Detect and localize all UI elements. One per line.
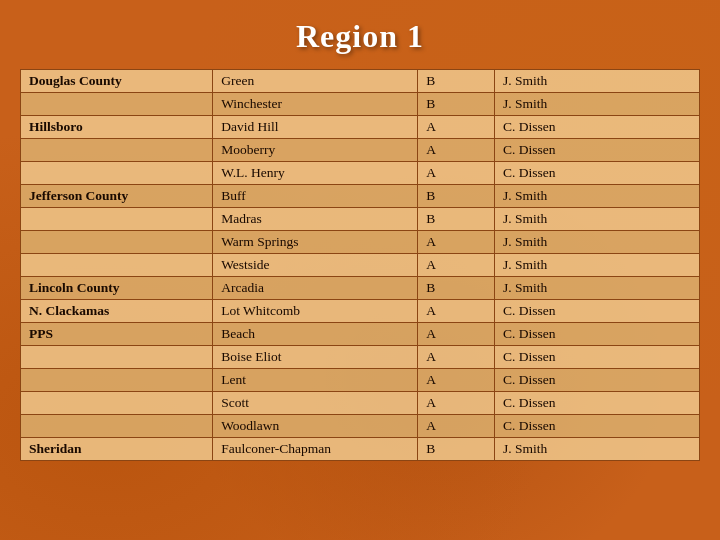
table-row: HillsboroDavid HillAC. Dissen	[21, 116, 700, 139]
school-cell: David Hill	[213, 116, 418, 139]
school-cell: Scott	[213, 392, 418, 415]
district-cell: Lincoln County	[21, 277, 213, 300]
district-cell	[21, 369, 213, 392]
district-cell: Sheridan	[21, 438, 213, 461]
table-row: Jefferson CountyBuffBJ. Smith	[21, 185, 700, 208]
person-cell: J. Smith	[494, 438, 699, 461]
table-row: Boise EliotAC. Dissen	[21, 346, 700, 369]
person-cell: C. Dissen	[494, 369, 699, 392]
district-cell	[21, 208, 213, 231]
page-title: Region 1	[296, 18, 424, 55]
table-row: Lincoln CountyArcadiaBJ. Smith	[21, 277, 700, 300]
person-cell: C. Dissen	[494, 139, 699, 162]
person-cell: J. Smith	[494, 185, 699, 208]
table-row: ScottAC. Dissen	[21, 392, 700, 415]
district-cell	[21, 231, 213, 254]
school-cell: Lent	[213, 369, 418, 392]
grade-cell: A	[418, 415, 495, 438]
district-cell	[21, 162, 213, 185]
table-row: MooberryAC. Dissen	[21, 139, 700, 162]
person-cell: J. Smith	[494, 70, 699, 93]
table-row: WinchesterBJ. Smith	[21, 93, 700, 116]
school-cell: Mooberry	[213, 139, 418, 162]
school-cell: Winchester	[213, 93, 418, 116]
district-cell: Jefferson County	[21, 185, 213, 208]
grade-cell: A	[418, 231, 495, 254]
grade-cell: B	[418, 277, 495, 300]
person-cell: J. Smith	[494, 208, 699, 231]
district-cell: N. Clackamas	[21, 300, 213, 323]
district-cell	[21, 93, 213, 116]
grade-cell: B	[418, 185, 495, 208]
person-cell: C. Dissen	[494, 346, 699, 369]
table-row: LentAC. Dissen	[21, 369, 700, 392]
person-cell: C. Dissen	[494, 300, 699, 323]
school-cell: Arcadia	[213, 277, 418, 300]
school-cell: Green	[213, 70, 418, 93]
table-row: N. ClackamasLot WhitcombAC. Dissen	[21, 300, 700, 323]
person-cell: C. Dissen	[494, 162, 699, 185]
table-row: WoodlawnAC. Dissen	[21, 415, 700, 438]
school-cell: Woodlawn	[213, 415, 418, 438]
district-cell: Douglas County	[21, 70, 213, 93]
grade-cell: A	[418, 254, 495, 277]
school-cell: Beach	[213, 323, 418, 346]
person-cell: J. Smith	[494, 93, 699, 116]
grade-cell: B	[418, 70, 495, 93]
grade-cell: A	[418, 369, 495, 392]
district-cell	[21, 415, 213, 438]
district-cell	[21, 346, 213, 369]
school-cell: Warm Springs	[213, 231, 418, 254]
table-row: Douglas CountyGreenBJ. Smith	[21, 70, 700, 93]
person-cell: C. Dissen	[494, 415, 699, 438]
district-cell	[21, 392, 213, 415]
table-row: MadrasBJ. Smith	[21, 208, 700, 231]
grade-cell: B	[418, 93, 495, 116]
grade-cell: A	[418, 323, 495, 346]
grade-cell: A	[418, 300, 495, 323]
table-row: W.L. HenryAC. Dissen	[21, 162, 700, 185]
school-cell: Madras	[213, 208, 418, 231]
person-cell: C. Dissen	[494, 392, 699, 415]
grade-cell: A	[418, 392, 495, 415]
grade-cell: A	[418, 139, 495, 162]
district-cell	[21, 254, 213, 277]
school-cell: Buff	[213, 185, 418, 208]
school-cell: Faulconer-Chapman	[213, 438, 418, 461]
school-cell: Lot Whitcomb	[213, 300, 418, 323]
person-cell: J. Smith	[494, 277, 699, 300]
region-table: Douglas CountyGreenBJ. SmithWinchesterBJ…	[20, 69, 700, 461]
grade-cell: A	[418, 162, 495, 185]
grade-cell: B	[418, 208, 495, 231]
grade-cell: B	[418, 438, 495, 461]
district-cell: PPS	[21, 323, 213, 346]
person-cell: J. Smith	[494, 254, 699, 277]
district-cell	[21, 139, 213, 162]
table-row: Warm SpringsAJ. Smith	[21, 231, 700, 254]
district-cell: Hillsboro	[21, 116, 213, 139]
person-cell: C. Dissen	[494, 116, 699, 139]
school-cell: Westside	[213, 254, 418, 277]
school-cell: W.L. Henry	[213, 162, 418, 185]
table-row: WestsideAJ. Smith	[21, 254, 700, 277]
person-cell: J. Smith	[494, 231, 699, 254]
table-row: PPSBeachAC. Dissen	[21, 323, 700, 346]
table-row: SheridanFaulconer-ChapmanBJ. Smith	[21, 438, 700, 461]
person-cell: C. Dissen	[494, 323, 699, 346]
grade-cell: A	[418, 116, 495, 139]
grade-cell: A	[418, 346, 495, 369]
school-cell: Boise Eliot	[213, 346, 418, 369]
